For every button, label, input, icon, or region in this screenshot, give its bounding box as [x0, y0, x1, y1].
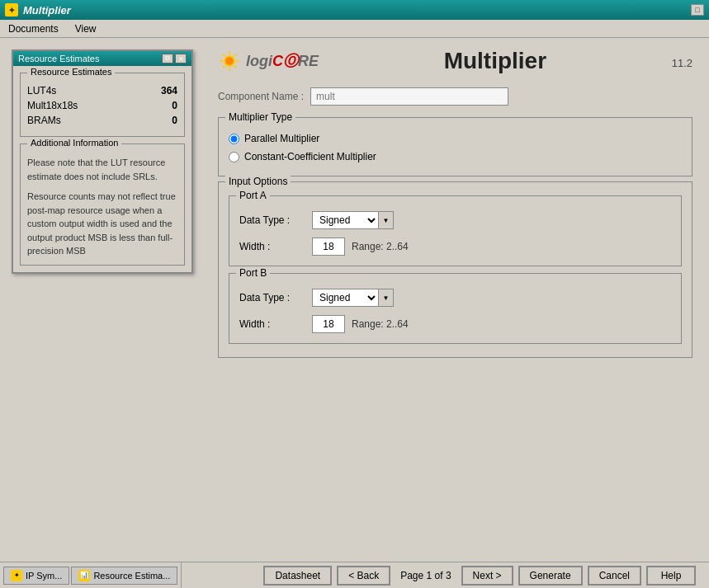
- app-icon: ✦: [5, 3, 18, 16]
- bottom-bar: ✦ IP Sym... 📊 Resource Estima... Datashe…: [0, 562, 709, 588]
- mult18x18s-label: Mult18x18s: [27, 100, 78, 111]
- additional-info-para1: Please note that the LUT resource estima…: [27, 156, 177, 183]
- resource-estima-tab-label: Resource Estima...: [93, 571, 170, 581]
- resource-estima-tab[interactable]: 📊 Resource Estima...: [71, 567, 177, 585]
- parallel-multiplier-radio[interactable]: [229, 134, 239, 144]
- help-button[interactable]: Help: [646, 566, 696, 586]
- lut4s-label: LUT4s: [27, 85, 56, 96]
- port-a-datatype-select[interactable]: Signed Unsigned: [313, 212, 378, 228]
- menu-documents[interactable]: Documents: [3, 21, 64, 36]
- port-a-datatype-dropdown[interactable]: Signed Unsigned ▼: [312, 211, 394, 229]
- additional-info-title: Additional Information: [27, 138, 121, 148]
- port-a-width-label: Width :: [239, 241, 305, 252]
- menu-bar: Documents View: [0, 20, 709, 38]
- resource-window-title-bar: Resource Estimates ⧉ ✕: [13, 51, 191, 66]
- svg-line-7: [234, 66, 237, 68]
- component-name-label: Component Name :: [218, 91, 304, 102]
- constant-coefficient-radio[interactable]: [229, 152, 239, 162]
- port-b-width-input[interactable]: [312, 315, 345, 333]
- svg-point-1: [225, 57, 234, 65]
- brams-label: BRAMs: [27, 115, 61, 126]
- port-a-width-input[interactable]: [312, 238, 345, 256]
- version-text: 11.2: [672, 57, 692, 74]
- parallel-multiplier-row: Parallel Multiplier: [229, 133, 682, 144]
- multiplier-type-group: Multiplier Type Parallel Multiplier Cons…: [218, 117, 692, 176]
- port-b-datatype-dropdown[interactable]: Signed Unsigned ▼: [312, 289, 394, 307]
- additional-info-para2: Resource counts may not reflect true pos…: [27, 190, 177, 258]
- resource-estima-tab-icon: 📊: [78, 570, 90, 581]
- cancel-button[interactable]: Cancel: [588, 566, 641, 586]
- svg-line-9: [223, 66, 225, 68]
- parallel-multiplier-label[interactable]: Parallel Multiplier: [244, 133, 319, 144]
- additional-info-group: Additional Information Please note that …: [20, 143, 185, 266]
- resource-window-content: Resource Estimates LUT4s 364 Mult18x18s …: [13, 66, 191, 272]
- maximize-button[interactable]: □: [691, 4, 704, 16]
- logo-text: logiCⓄRE: [246, 51, 319, 71]
- brams-value: 0: [172, 115, 177, 126]
- mult18x18s-value: 0: [172, 100, 177, 111]
- constant-coefficient-label[interactable]: Constant-Coefficient Multiplier: [244, 151, 376, 162]
- port-a-width-row: Width : Range: 2..64: [239, 238, 671, 256]
- logo-area: logiCⓄRE: [218, 49, 319, 73]
- input-options-legend: Input Options: [225, 176, 291, 187]
- svg-line-6: [223, 54, 225, 57]
- port-b-width-row: Width : Range: 2..64: [239, 315, 671, 333]
- port-a-datatype-label: Data Type :: [239, 214, 305, 226]
- multiplier-type-legend: Multiplier Type: [225, 111, 295, 123]
- title-bar-controls: □: [691, 4, 704, 16]
- port-b-group: Port B Data Type : Signed Unsigned ▼ Wid…: [229, 273, 682, 344]
- resource-window-controls: ⧉ ✕: [162, 54, 187, 64]
- main-title: Multiplier: [444, 48, 546, 74]
- constant-coefficient-row: Constant-Coefficient Multiplier: [229, 151, 682, 162]
- port-b-legend: Port B: [236, 267, 270, 279]
- input-options-group: Input Options Port A Data Type : Signed …: [218, 181, 692, 358]
- datasheet-button[interactable]: Datasheet: [263, 566, 332, 586]
- resource-window-title-text: Resource Estimates: [18, 54, 99, 64]
- next-button[interactable]: Next >: [461, 566, 513, 586]
- title-bar: ✦ Multiplier □: [0, 0, 709, 20]
- port-a-legend: Port A: [236, 190, 270, 201]
- port-b-width-label: Width :: [239, 318, 305, 330]
- lut4s-value: 364: [161, 85, 177, 96]
- ip-sym-tab[interactable]: ✦ IP Sym...: [3, 567, 69, 585]
- svg-line-8: [234, 54, 237, 57]
- mult18x18s-row: Mult18x18s 0: [27, 100, 177, 111]
- port-a-range-text: Range: 2..64: [352, 241, 409, 252]
- resource-estimates-group-title: Resource Estimates: [27, 67, 115, 77]
- bottom-buttons: Datasheet < Back Page 1 of 3 Next > Gene…: [250, 566, 709, 586]
- port-a-datatype-arrow[interactable]: ▼: [378, 212, 393, 228]
- title-bar-left: ✦ Multiplier: [5, 3, 71, 16]
- resource-window-restore-button[interactable]: ⧉: [162, 54, 173, 64]
- resource-estimates-rows: LUT4s 364 Mult18x18s 0 BRAMs 0: [27, 85, 177, 126]
- generate-button[interactable]: Generate: [518, 566, 583, 586]
- title-bar-title: Multiplier: [23, 4, 71, 16]
- page-info-text: Page 1 of 3: [395, 570, 456, 581]
- ip-sym-tab-icon: ✦: [11, 570, 22, 581]
- brams-row: BRAMs 0: [27, 115, 177, 126]
- port-a-datatype-row: Data Type : Signed Unsigned ▼: [239, 211, 671, 229]
- resource-estimates-window: Resource Estimates ⧉ ✕ Resource Estimate…: [12, 49, 193, 274]
- back-button[interactable]: < Back: [337, 566, 390, 586]
- port-b-datatype-arrow[interactable]: ▼: [378, 289, 393, 306]
- logicore-logo-icon: [218, 49, 241, 73]
- resource-estimates-group: Resource Estimates LUT4s 364 Mult18x18s …: [20, 73, 185, 137]
- port-b-datatype-row: Data Type : Signed Unsigned ▼: [239, 289, 671, 307]
- port-a-group: Port A Data Type : Signed Unsigned ▼ Wid…: [229, 195, 682, 266]
- additional-info-content: Please note that the LUT resource estima…: [27, 156, 177, 258]
- bottom-tabs: ✦ IP Sym... 📊 Resource Estima...: [0, 562, 182, 588]
- component-name-input[interactable]: [310, 87, 508, 106]
- resource-window-close-button[interactable]: ✕: [175, 54, 187, 64]
- port-b-datatype-select[interactable]: Signed Unsigned: [313, 289, 378, 306]
- lut4s-row: LUT4s 364: [27, 85, 177, 96]
- right-panel: logiCⓄRE Multiplier 11.2 Component Name …: [201, 38, 709, 562]
- header-area: logiCⓄRE Multiplier 11.2: [201, 38, 709, 84]
- ip-sym-tab-label: IP Sym...: [26, 571, 62, 581]
- menu-view[interactable]: View: [70, 21, 102, 36]
- port-b-datatype-label: Data Type :: [239, 292, 305, 303]
- port-b-range-text: Range: 2..64: [352, 318, 409, 330]
- component-name-row: Component Name :: [201, 84, 709, 112]
